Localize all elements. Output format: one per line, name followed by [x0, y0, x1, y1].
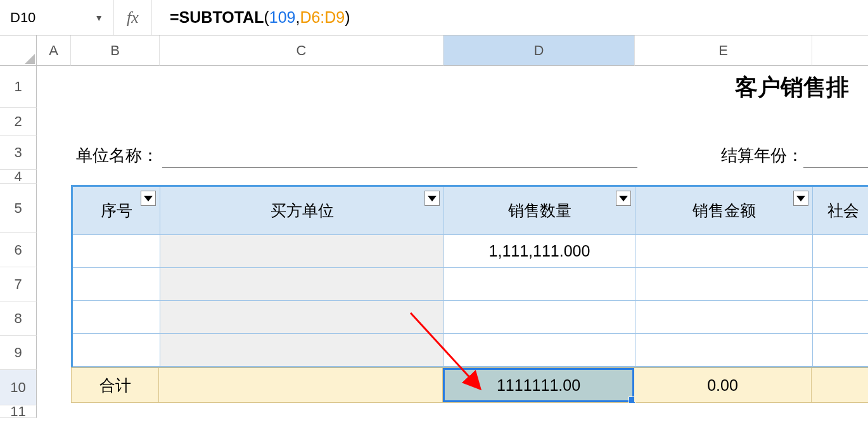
th-amount-label: 销售金额 [692, 200, 756, 221]
filter-icon[interactable] [141, 191, 156, 206]
spreadsheet-grid: 1 2 3 4 5 6 7 8 9 10 11 A B C D E 客户销售排 … [0, 35, 868, 418]
cell[interactable] [635, 235, 813, 268]
cell[interactable] [635, 334, 813, 367]
settlement-year-label: 结算年份： [721, 144, 803, 167]
total-buyer-cell[interactable] [159, 368, 443, 402]
cell-reference-box[interactable]: D10 ▼ [0, 0, 114, 35]
cell[interactable] [73, 268, 160, 301]
th-social: 社会 [813, 187, 868, 235]
total-qty-cell[interactable]: 1111111.00 [443, 368, 634, 402]
formula-comma: , [295, 8, 300, 27]
th-amount: 销售金额 [635, 187, 813, 235]
cell[interactable] [444, 268, 635, 301]
total-label-cell[interactable]: 合计 [72, 368, 159, 402]
cell[interactable] [444, 301, 635, 334]
column-header-row: A B C D E [37, 35, 868, 66]
formula-function: SUBTOTAL [179, 8, 264, 27]
sales-table: 序号 买方单位 销售数量 销售金额 [71, 185, 868, 369]
row-header[interactable]: 8 [0, 301, 37, 336]
formula-arg2: D6:D9 [300, 8, 345, 27]
row-header[interactable]: 4 [0, 170, 37, 184]
cell[interactable] [813, 334, 868, 367]
select-all-corner[interactable] [0, 35, 37, 66]
th-qty: 销售数量 [444, 187, 635, 235]
table-row: 1,111,111.000 [73, 235, 868, 268]
cell[interactable] [73, 334, 160, 367]
th-buyer: 买方单位 [160, 187, 444, 235]
th-seq: 序号 [73, 187, 160, 235]
table-total-row: 合计 1111111.00 0.00 [71, 367, 868, 403]
table-row [73, 268, 868, 301]
th-social-label: 社会 [827, 200, 859, 221]
row-header[interactable]: 2 [0, 108, 37, 136]
unit-name-input-line[interactable] [162, 167, 637, 168]
column-header[interactable]: C [160, 35, 444, 66]
cell[interactable] [813, 235, 868, 268]
cell[interactable] [813, 301, 868, 334]
row-header[interactable]: 6 [0, 233, 37, 267]
row-header[interactable]: 11 [0, 405, 37, 418]
cell[interactable] [635, 301, 813, 334]
column-header[interactable]: D [444, 35, 635, 66]
page-title: 客户销售排 [735, 72, 849, 103]
grid-body: A B C D E 客户销售排 单位名称： 结算年份： 序号 [37, 35, 868, 418]
cell-ref-dropdown-icon[interactable]: ▼ [94, 13, 103, 23]
cell[interactable] [160, 235, 444, 268]
cell[interactable] [160, 334, 444, 367]
formula-close-paren: ) [345, 8, 350, 27]
cell[interactable] [160, 268, 444, 301]
row-header[interactable]: 3 [0, 136, 37, 170]
formula-input[interactable]: = SUBTOTAL ( 109 , D6:D9 ) [152, 8, 350, 27]
table-row [73, 334, 868, 367]
formula-open-paren: ( [264, 8, 269, 27]
row-header[interactable]: 7 [0, 267, 37, 301]
cell-qty[interactable]: 1,111,111.000 [444, 235, 635, 268]
th-qty-label: 销售数量 [508, 200, 571, 221]
row-header[interactable]: 1 [0, 66, 37, 108]
cell[interactable] [73, 235, 160, 268]
row-header[interactable]: 5 [0, 184, 37, 233]
th-buyer-label: 买方单位 [271, 200, 334, 221]
total-amount-cell[interactable]: 0.00 [634, 368, 812, 402]
cell[interactable] [73, 301, 160, 334]
column-header[interactable]: B [71, 35, 160, 66]
unit-name-label: 单位名称： [76, 144, 158, 167]
filter-icon[interactable] [424, 191, 440, 206]
total-social-cell[interactable] [812, 368, 868, 402]
row-header-gutter: 1 2 3 4 5 6 7 8 9 10 11 [0, 35, 37, 418]
table-header-row: 序号 买方单位 销售数量 销售金额 [73, 187, 868, 235]
column-header[interactable]: E [635, 35, 812, 66]
column-header[interactable] [812, 35, 868, 66]
table-row [73, 301, 868, 334]
row-header[interactable]: 9 [0, 336, 37, 370]
cell-reference: D10 [10, 10, 35, 26]
filter-icon[interactable] [793, 191, 808, 206]
column-header[interactable]: A [37, 35, 71, 66]
cell[interactable] [813, 268, 868, 301]
cell[interactable] [444, 334, 635, 367]
formula-bar: D10 ▼ fx = SUBTOTAL ( 109 , D6:D9 ) [0, 0, 868, 35]
formula-arg1: 109 [269, 8, 296, 27]
cell[interactable] [635, 268, 813, 301]
th-seq-label: 序号 [101, 200, 132, 221]
fx-icon[interactable]: fx [114, 0, 152, 35]
cell[interactable] [160, 301, 444, 334]
filter-icon[interactable] [616, 191, 631, 206]
settlement-year-input-line[interactable] [803, 167, 868, 168]
row-header[interactable]: 10 [0, 370, 37, 405]
formula-equals: = [170, 8, 179, 27]
